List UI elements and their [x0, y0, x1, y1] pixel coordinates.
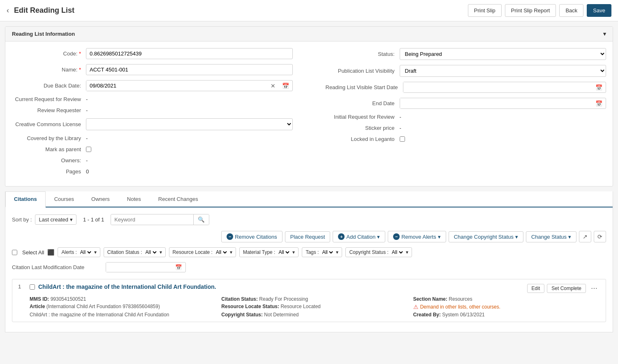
citation-title[interactable]: ChildArt : the magazine of the Internati… [38, 283, 524, 290]
date-filter-label: Citation Last Modification Date [12, 264, 102, 270]
change-copyright-label: Change Copyright Status [454, 234, 514, 240]
created-by-value: System 06/13/2021 [442, 312, 484, 318]
publication-visibility-row: Publication List Visibility Draft [326, 65, 606, 77]
resource-locate-filter[interactable]: Resource Locate : All ▾ [169, 247, 236, 257]
citation-checkbox[interactable] [30, 284, 35, 290]
sort-dropdown[interactable]: Last created ▾ [35, 214, 76, 225]
code-input[interactable] [86, 48, 293, 59]
status-row: Status: Being Prepared [326, 48, 606, 60]
visible-start-input[interactable] [403, 82, 592, 92]
visible-start-calendar-icon[interactable]: 📅 [592, 83, 606, 92]
pages-label: Pages [12, 168, 86, 175]
mms-id-value: 9930541500521 [51, 296, 86, 302]
due-back-date-label: Due Back Date: [12, 83, 86, 89]
status-label: Status: [326, 51, 400, 57]
back-button[interactable]: Back [559, 4, 583, 17]
mark-parent-label: Mark as parent [12, 146, 86, 152]
due-back-date-input[interactable] [86, 81, 267, 91]
article-detail-meta: ChildArt : the magazine of the Internati… [30, 312, 216, 318]
tab-courses[interactable]: Courses [46, 191, 83, 207]
owners-label: Owners: [12, 157, 86, 164]
export-button[interactable]: ↗ [579, 231, 591, 242]
copyright-status-filter[interactable]: Copyright Status : All ▾ [345, 247, 412, 257]
name-input[interactable] [86, 64, 293, 75]
panel-header[interactable]: Reading List Information ▾ [5, 27, 613, 41]
alerts-select[interactable]: All [79, 249, 93, 256]
pages-value: 0 [86, 168, 293, 175]
locked-row: Locked in Leganto [326, 136, 606, 142]
mark-parent-row: Mark as parent [12, 146, 293, 152]
back-arrow-icon[interactable]: ‹ [7, 6, 9, 15]
tab-notes[interactable]: Notes [118, 191, 150, 207]
select-all-label: Select All [22, 249, 44, 256]
copyright-status-label: Copyright Status: [221, 312, 263, 318]
resource-locate-value: Resource Located [280, 304, 320, 309]
page-title: Edit Reading List [14, 6, 463, 15]
created-by-meta: Created By: System 06/13/2021 [413, 312, 600, 318]
tab-recent-changes[interactable]: Recent Changes [150, 191, 207, 207]
citation-more-options-icon[interactable]: ⋯ [588, 283, 600, 293]
add-citation-button[interactable]: + Add Citation ▾ [333, 231, 385, 242]
page-header: ‹ Edit Reading List Print Slip Print Sli… [0, 0, 618, 21]
print-slip-button[interactable]: Print Slip [468, 4, 502, 17]
filter-bar: Select All ⬛ Alerts : All ▾ Citation Sta… [12, 247, 606, 257]
search-input[interactable] [111, 214, 193, 225]
section-name-label: Section Name: [413, 296, 447, 302]
current-request-row: Current Request for Review - [12, 96, 293, 102]
resource-locate-select[interactable]: All [214, 249, 228, 256]
citation-status-label: Citation Status: [221, 296, 258, 302]
print-slip-report-button[interactable]: Print Slip Report [505, 4, 556, 17]
refresh-button[interactable]: ⟳ [594, 231, 606, 242]
tags-filter[interactable]: Tags : All ▾ [302, 247, 342, 257]
material-type-filter[interactable]: Material Type : All ▾ [239, 247, 299, 257]
tab-citations[interactable]: Citations [5, 191, 46, 207]
calendar-icon[interactable]: 📅 [279, 81, 292, 91]
status-select[interactable]: Being Prepared [400, 48, 606, 60]
pages-row: Pages 0 [12, 168, 293, 175]
resource-locate-filter-label: Resource Locate : [173, 249, 213, 255]
visible-start-input-wrapper: 📅 [403, 82, 606, 93]
change-status-button[interactable]: Change Status ▾ [526, 231, 576, 242]
remove-citations-label: Remove Citations [235, 234, 277, 240]
form-right: Status: Being Prepared Publication List … [309, 48, 606, 180]
place-request-button[interactable]: Place Request [285, 231, 331, 242]
locked-checkbox[interactable] [400, 136, 405, 142]
remove-alerts-button[interactable]: − Remove Alerts ▾ [388, 231, 446, 242]
citation-status-select[interactable]: All [144, 249, 158, 256]
save-button[interactable]: Save [587, 4, 611, 17]
end-date-input[interactable] [400, 98, 593, 108]
initial-request-value: - [400, 114, 606, 120]
resource-locate-meta: Resource Locate Status: Resource Located [221, 304, 408, 310]
mark-parent-checkbox[interactable] [86, 147, 91, 152]
citation-header: 1 ChildArt : the magazine of the Interna… [18, 283, 600, 293]
select-all-checkbox[interactable] [12, 250, 17, 255]
creative-commons-select-wrapper [86, 118, 293, 130]
creative-commons-select[interactable] [86, 119, 292, 130]
sticker-price-value: - [400, 125, 606, 131]
date-filter-calendar-icon[interactable]: 📅 [172, 263, 185, 272]
search-button[interactable]: 🔍 [193, 214, 209, 225]
material-type-filter-label: Material Type : [243, 249, 275, 255]
end-date-calendar-icon[interactable]: 📅 [592, 99, 606, 108]
mms-id-label: MMS ID: [30, 296, 49, 302]
citation-edit-button[interactable]: Edit [527, 284, 545, 293]
date-filter-input[interactable] [106, 263, 172, 272]
collapse-icon[interactable]: ▾ [603, 31, 606, 37]
remove-citations-button[interactable]: − Remove Citations [221, 231, 282, 242]
tags-select[interactable]: All [320, 249, 334, 256]
material-type-select[interactable]: All [277, 249, 291, 256]
clear-date-icon[interactable]: ✕ [267, 81, 279, 91]
date-filter-row: Citation Last Modification Date 📅 [12, 262, 606, 272]
code-required: * [79, 51, 81, 57]
alerts-filter[interactable]: Alerts : All ▾ [58, 247, 100, 257]
citation-status-filter[interactable]: Citation Status : All ▾ [104, 247, 166, 257]
copyright-status-select[interactable]: All [390, 249, 404, 256]
publication-visibility-select[interactable]: Draft [400, 65, 606, 76]
tab-owners[interactable]: Owners [83, 191, 118, 207]
end-date-row: End Date 📅 [326, 98, 606, 109]
change-copyright-button[interactable]: Change Copyright Status ▾ [449, 231, 523, 242]
citation-set-complete-button[interactable]: Set Complete [547, 284, 586, 293]
search-group: 🔍 [111, 214, 209, 225]
citation-number: 1 [18, 283, 26, 290]
resource-locate-chevron: ▾ [230, 249, 232, 255]
